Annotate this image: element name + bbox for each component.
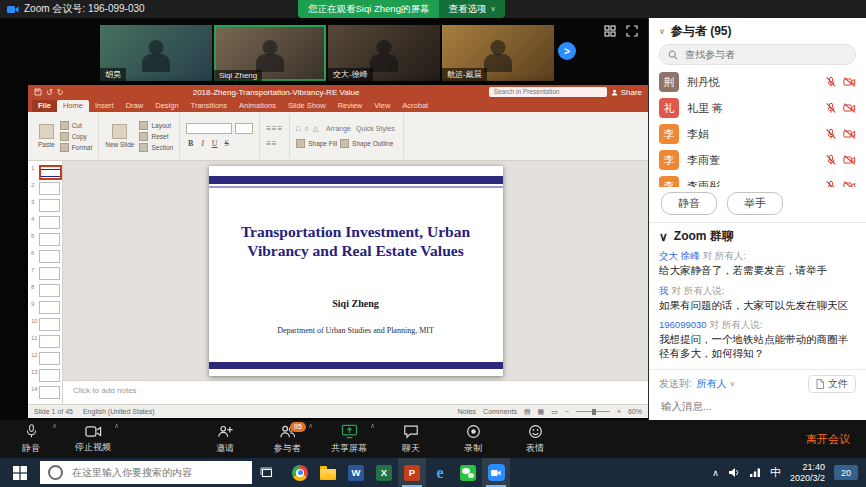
video-tile[interactable]: 胡昊 bbox=[100, 25, 212, 81]
slide-thumbnail[interactable]: 11 bbox=[28, 335, 62, 348]
ime-indicator[interactable]: 中 bbox=[770, 465, 781, 480]
reactions-button[interactable]: 表情 bbox=[504, 420, 566, 458]
save-icon[interactable] bbox=[34, 88, 42, 96]
cut-button[interactable]: Cut bbox=[60, 121, 93, 130]
slideshow-view-button[interactable]: ▭ bbox=[551, 408, 558, 416]
ribbon-tab[interactable]: Home bbox=[57, 100, 89, 112]
chevron-up-icon[interactable]: ∧ bbox=[308, 422, 313, 430]
ribbon-tab[interactable]: Design bbox=[149, 100, 184, 112]
reset-button[interactable]: Reset bbox=[139, 132, 173, 141]
ribbon-tab[interactable]: Animations bbox=[233, 100, 282, 112]
mute-button[interactable]: 静音 ∧ bbox=[0, 420, 62, 458]
video-tile[interactable]: 航运-戴晨 bbox=[442, 25, 554, 81]
bold-button[interactable]: B bbox=[186, 139, 195, 148]
task-view-button[interactable] bbox=[252, 458, 282, 487]
invite-button[interactable]: 邀请 bbox=[194, 420, 256, 458]
participants-button[interactable]: 参与者 95 ∧ bbox=[256, 420, 318, 458]
italic-button[interactable]: I bbox=[198, 139, 207, 148]
language-label[interactable]: English (United States) bbox=[83, 408, 155, 415]
share-screen-button[interactable]: 共享屏幕 ∧ bbox=[318, 420, 380, 458]
chevron-up-icon[interactable]: ∧ bbox=[114, 422, 119, 430]
volume-icon[interactable] bbox=[728, 467, 740, 478]
app-chrome[interactable] bbox=[286, 458, 314, 487]
ribbon-tab[interactable]: Insert bbox=[89, 100, 120, 112]
taskbar-search[interactable] bbox=[40, 461, 252, 484]
slide-thumbnail[interactable]: 4 bbox=[28, 216, 62, 229]
format-painter-button[interactable]: Format bbox=[60, 143, 93, 152]
slide-thumbnail[interactable]: 6 bbox=[28, 250, 62, 263]
app-wechat[interactable] bbox=[454, 458, 482, 487]
redo-icon[interactable]: ↻ bbox=[57, 88, 64, 97]
slide-thumbnail[interactable]: 7 bbox=[28, 267, 62, 280]
ribbon-tab[interactable]: Review bbox=[332, 100, 369, 112]
notes-pane[interactable]: Click to add notes bbox=[63, 380, 648, 404]
fullscreen-icon[interactable] bbox=[626, 25, 638, 37]
participants-header[interactable]: ∨ 参与者 (95) bbox=[649, 18, 866, 43]
font-size-select[interactable] bbox=[235, 123, 253, 134]
raise-hand-button[interactable]: 举手 bbox=[727, 192, 783, 215]
ppt-share-button[interactable]: Share bbox=[611, 88, 642, 97]
file-button[interactable]: 文件 bbox=[808, 375, 856, 393]
section-button[interactable]: Section bbox=[139, 143, 173, 152]
notes-toggle[interactable]: Notes bbox=[458, 408, 476, 415]
chat-header[interactable]: ∨ Zoom 群聊 bbox=[649, 223, 866, 247]
layout-button[interactable]: Layout bbox=[139, 121, 173, 130]
taskbar-search-input[interactable] bbox=[70, 466, 234, 479]
align-buttons-icon[interactable]: ≡≡≡ bbox=[266, 124, 283, 133]
ribbon-tab[interactable]: View bbox=[368, 100, 396, 112]
send-to-select[interactable]: 所有人 ∨ bbox=[697, 377, 735, 391]
participant-row[interactable]: 李 李雨萱 bbox=[649, 147, 866, 173]
underline-button[interactable]: U bbox=[210, 139, 219, 148]
slide-thumbnail[interactable]: 9 bbox=[28, 301, 62, 314]
stop-video-button[interactable]: 停止视频 ∧ bbox=[62, 420, 124, 458]
slide-thumbnail[interactable]: 5 bbox=[28, 233, 62, 246]
ribbon-tab[interactable]: File bbox=[32, 100, 57, 112]
chevron-up-icon[interactable]: ∧ bbox=[52, 422, 57, 430]
arrange-button[interactable]: Arrange bbox=[326, 125, 352, 132]
video-tile-active-speaker[interactable]: Siqi Zheng bbox=[214, 25, 326, 81]
undo-icon[interactable]: ↺ bbox=[46, 88, 53, 97]
app-zoom[interactable] bbox=[482, 458, 510, 487]
app-file-explorer[interactable] bbox=[314, 458, 342, 487]
slide-thumbnail[interactable]: 8 bbox=[28, 284, 62, 297]
slide-thumbnail[interactable]: 13 bbox=[28, 369, 62, 382]
slide-thumbnail[interactable]: 14 bbox=[28, 386, 62, 399]
gallery-view-icon[interactable] bbox=[604, 25, 616, 37]
tray-expand-icon[interactable]: ∧ bbox=[712, 468, 719, 478]
strikethrough-button[interactable]: S bbox=[222, 139, 231, 148]
slide-sorter-view-button[interactable]: ▦ bbox=[538, 408, 545, 416]
shape-outline-button[interactable]: Shape Outline bbox=[340, 139, 393, 148]
participant-row[interactable]: 礼 礼里 蒋 bbox=[649, 95, 866, 121]
zoom-level-label[interactable]: 60% bbox=[628, 408, 642, 415]
normal-view-button[interactable]: ▤ bbox=[524, 408, 531, 416]
participant-row[interactable]: 李 李雨彤 bbox=[649, 173, 866, 187]
view-options-button[interactable]: 查看选项 ∨ bbox=[439, 0, 504, 18]
taskbar-clock[interactable]: 21:40 2020/3/2 bbox=[790, 462, 825, 484]
ribbon-tab[interactable]: Draw bbox=[120, 100, 150, 112]
slide-thumbnail[interactable]: 1 bbox=[28, 165, 62, 178]
leave-meeting-button[interactable]: 离开会议 bbox=[806, 420, 866, 458]
participant-row[interactable]: 荆 荆丹悦 bbox=[649, 69, 866, 95]
ppt-search-box[interactable]: Search in Presentation bbox=[489, 87, 607, 97]
comments-toggle[interactable]: Comments bbox=[483, 408, 517, 415]
zoom-in-button[interactable]: + bbox=[617, 408, 621, 415]
shapes-gallery[interactable]: □ ○ △ Arrange Quick Styles bbox=[296, 123, 397, 135]
slide-thumbnail[interactable]: 3 bbox=[28, 199, 62, 212]
quick-styles-button[interactable]: Quick Styles bbox=[356, 125, 396, 132]
record-button[interactable]: 录制 bbox=[442, 420, 504, 458]
app-excel[interactable]: X bbox=[370, 458, 398, 487]
participants-search-input[interactable] bbox=[683, 48, 837, 61]
next-videos-button[interactable]: > bbox=[558, 42, 576, 60]
chat-input[interactable] bbox=[659, 399, 860, 413]
slide[interactable]: Transportation Investment, Urban Vibranc… bbox=[209, 166, 503, 376]
paste-button[interactable]: Paste bbox=[38, 124, 55, 148]
font-name-select[interactable] bbox=[186, 123, 232, 134]
network-icon[interactable] bbox=[749, 467, 761, 478]
participants-search[interactable] bbox=[659, 44, 856, 65]
zoom-slider[interactable] bbox=[576, 411, 610, 412]
app-word[interactable]: W bbox=[342, 458, 370, 487]
shape-fill-button[interactable]: Shape Fill bbox=[296, 139, 337, 148]
ribbon-tab[interactable]: Acrobat bbox=[396, 100, 434, 112]
participant-row[interactable]: 李 李娟 bbox=[649, 121, 866, 147]
start-button[interactable] bbox=[0, 458, 40, 487]
